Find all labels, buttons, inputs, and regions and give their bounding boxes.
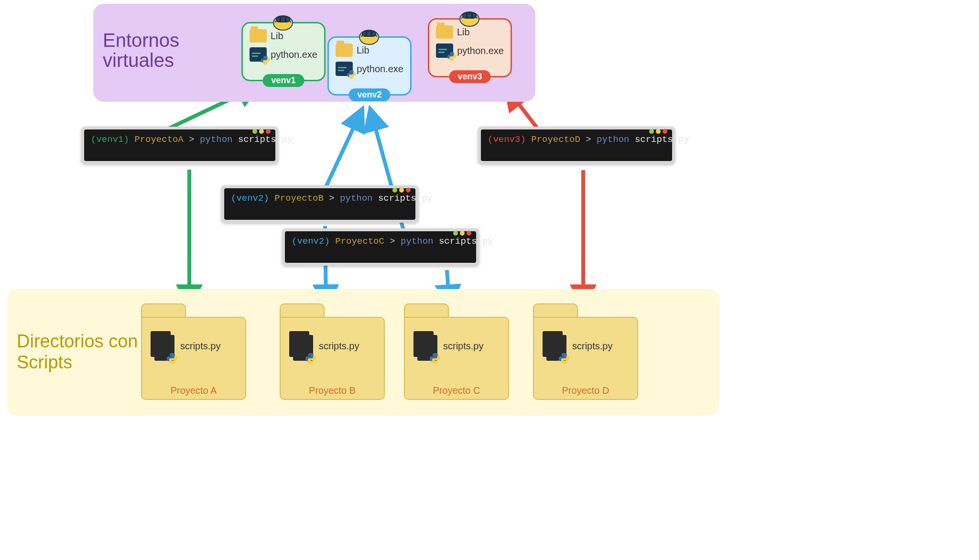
venv-exe-label: python.exe (357, 64, 403, 75)
term-venv: (venv3) (488, 134, 526, 145)
project-folder-label: Proyecto D (534, 385, 637, 396)
project-folder-c: scripts.py Proyecto C (404, 303, 509, 400)
term-dir: ProyectoC (335, 236, 384, 247)
project-file-label: scripts.py (443, 341, 483, 352)
venv-exe-row: python.exe (250, 47, 317, 62)
venv-lib-label: Lib (271, 31, 283, 42)
terminal-venv2-b: (venv2) ProyectoB > python scripts.py (221, 185, 418, 223)
project-folder-label: Proyecto B (281, 385, 384, 396)
venv-lib-row: Lib (436, 25, 504, 39)
term-venv: (venv2) (231, 193, 269, 204)
python-goggles-icon (272, 11, 294, 31)
term-dir: ProyectoB (274, 193, 324, 204)
venv-badge: venv2 (348, 88, 390, 101)
venv-lib-row: Lib (250, 29, 317, 43)
python-icon (305, 353, 316, 364)
diagram-stage: Entornos virtuales Lib python.exe venv1 (0, 0, 734, 420)
projects-panel: Directorios con Scripts scripts.py Proye… (7, 289, 719, 416)
venv-exe-label: python.exe (271, 49, 317, 60)
project-folder-label: Proyecto A (142, 385, 245, 396)
python-icon (167, 353, 177, 364)
window-dots (649, 129, 667, 134)
venv-panel-title: Entornos virtuales (103, 30, 237, 70)
project-folder-label: Proyecto C (405, 385, 508, 396)
venv-badge: venv3 (449, 70, 490, 83)
python-icon (447, 52, 456, 61)
folder-icon (436, 25, 453, 39)
venv-exe-row: python.exe (436, 43, 504, 58)
terminal-mini-icon (336, 62, 353, 76)
venv-box-venv3: Lib python.exe venv3 (428, 18, 512, 77)
window-dots (252, 129, 271, 134)
venv-lib-label: Lib (457, 27, 470, 38)
term-arg: scripts.py (378, 193, 433, 204)
term-venv: (venv2) (292, 236, 330, 247)
term-arg: scripts.py (439, 236, 493, 247)
project-file-label: scripts.py (180, 341, 220, 352)
project-folder-d: scripts.py Proyecto D (533, 303, 638, 400)
term-caret: > (189, 134, 194, 145)
python-icon (559, 353, 569, 364)
venv-panel: Entornos virtuales Lib python.exe venv1 (93, 4, 535, 102)
file-stack-icon (289, 331, 313, 361)
term-cmd: python (597, 134, 629, 145)
folder-icon (336, 43, 353, 57)
projects-panel-title: Directorios con Scripts (17, 331, 141, 373)
project-file-label: scripts.py (572, 341, 612, 352)
venv-exe-row: python.exe (336, 62, 403, 76)
file-stack-icon (543, 331, 566, 361)
project-file-label: scripts.py (319, 341, 359, 352)
venv-lib-label: Lib (357, 45, 370, 56)
term-cmd: python (401, 236, 433, 247)
python-goggles-icon (359, 26, 381, 45)
file-stack-icon (413, 331, 437, 361)
term-caret: > (390, 236, 395, 247)
term-venv: (venv1) (91, 134, 129, 145)
terminal-venv1: (venv1) ProyectoA > python scripts.py (81, 127, 278, 164)
venv-badge: venv1 (262, 74, 304, 87)
python-icon (261, 56, 270, 65)
terminal-mini-icon (250, 47, 267, 62)
venv-exe-label: python.exe (457, 45, 504, 56)
terminal-mini-icon (436, 43, 453, 58)
terminal-venv2-c: (venv2) ProyectoC > python scripts.py (282, 228, 479, 266)
term-cmd: python (340, 193, 372, 204)
arrow-t2-to-venv2 (325, 110, 362, 189)
folder-icon (250, 29, 267, 43)
term-dir: ProyectoD (531, 134, 580, 145)
project-folder-a: scripts.py Proyecto A (141, 303, 246, 400)
term-dir: ProyectoA (134, 134, 184, 145)
term-cmd: python (200, 134, 232, 145)
term-caret: > (586, 134, 591, 145)
window-dots (392, 188, 411, 193)
term-arg: scripts.py (238, 134, 293, 145)
venv-box-venv2: Lib python.exe venv2 (327, 36, 412, 96)
terminal-venv3: (venv3) ProyectoD > python scripts.py (478, 127, 675, 164)
venv-lib-row: Lib (336, 43, 403, 57)
python-goggles-icon (459, 8, 481, 27)
window-dots (453, 231, 471, 236)
term-arg: scripts.py (635, 134, 689, 145)
python-icon (347, 70, 356, 79)
venv-box-venv1: Lib python.exe venv1 (241, 22, 326, 81)
term-caret: > (329, 193, 334, 204)
python-icon (430, 353, 440, 364)
project-folder-b: scripts.py Proyecto B (280, 303, 385, 400)
file-stack-icon (151, 331, 174, 361)
